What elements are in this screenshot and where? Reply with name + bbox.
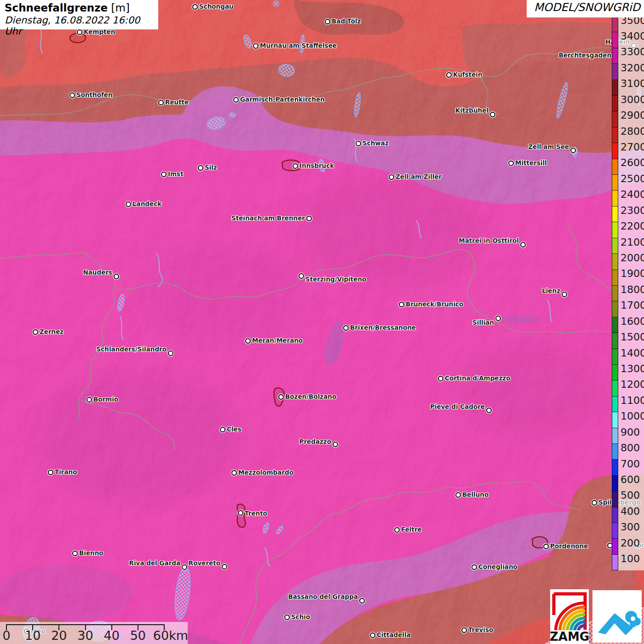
colorbar-segment — [612, 333, 618, 349]
colorbar-tick-label: 1800 — [621, 284, 644, 296]
colorbar-segment — [612, 428, 618, 444]
zamg-wordmark: ZAMG — [550, 630, 589, 644]
colorbar-tick-label: 1500 — [621, 331, 644, 343]
colorbar-segment — [612, 190, 618, 206]
partner-logo-mountain-icon — [592, 590, 642, 643]
colorbar-segment — [612, 32, 618, 48]
colorbar-segment — [612, 270, 618, 286]
colorbar-tick-label: 2000 — [621, 252, 644, 264]
colorbar-tick-label: 100 — [621, 553, 640, 565]
model-badge: MODEL/SNOWGRiD — [527, 0, 644, 17]
scalebar-label: 20 — [51, 628, 67, 643]
colorbar-segment — [612, 397, 618, 412]
colorbar-tick-label: 3200 — [621, 62, 644, 74]
colorbar-tick-label: 300 — [621, 521, 640, 533]
colorbar-tick-label: 3300 — [621, 46, 644, 58]
colorbar-segment — [612, 365, 618, 380]
colorbar-tick-label: 1400 — [621, 347, 644, 359]
scalebar-label: 0 — [2, 628, 10, 643]
scalebar-label: 40 — [104, 628, 119, 643]
colorbar-segment — [612, 412, 618, 428]
colorbar-tick-label: 1200 — [621, 379, 644, 391]
colorbar-segment — [612, 507, 618, 523]
colorbar-tick-label: 3000 — [621, 94, 644, 106]
colorbar-tick-label: 200 — [621, 537, 640, 549]
colorbar: 3500340033003200310030002900280027002600… — [612, 16, 644, 570]
colorbar-segment — [612, 238, 618, 254]
colorbar-segment — [612, 207, 618, 222]
title-subtitle: Dienstag, 16.08.2022 16:00 Uhr — [5, 15, 158, 37]
colorbar-segment — [612, 460, 618, 475]
colorbar-segment — [612, 380, 618, 396]
colorbar-segment — [612, 491, 618, 507]
scalebar-label: 50 — [130, 628, 146, 643]
scalebar-label: 10 — [25, 628, 40, 643]
colorbar-segment — [612, 96, 618, 111]
colorbar-tick-label: 2300 — [621, 205, 644, 217]
colorbar-tick-label: 2900 — [621, 109, 644, 121]
colorbar-segment — [612, 555, 618, 570]
colorbar-tick-label: 2200 — [621, 220, 644, 232]
title-text: Schneefallgrenze — [5, 2, 108, 14]
colorbar-tick-label: 600 — [621, 474, 640, 486]
colorbar-segment — [612, 349, 618, 365]
colorbar-segment — [612, 286, 618, 301]
colorbar-segment — [612, 127, 618, 143]
colorbar-tick-label: 3100 — [621, 78, 644, 90]
colorbar-tick-label: 1100 — [621, 395, 644, 407]
colorbar-tick-label: 2400 — [621, 189, 644, 201]
scalebar-label: 60km — [153, 628, 188, 643]
colorbar-tick-label: 1000 — [621, 410, 644, 422]
colorbar-tick-label: 500 — [621, 489, 640, 501]
colorbar-segment — [612, 301, 618, 317]
relief-overlay-2 — [0, 0, 644, 644]
colorbar-tick-label: 1900 — [621, 268, 644, 280]
colorbar-segment — [612, 111, 618, 127]
colorbar-tick-label: 2800 — [621, 126, 644, 138]
colorbar-segment — [612, 317, 618, 333]
colorbar-tick-label: 2700 — [621, 141, 644, 153]
colorbar-tick-label: 1600 — [621, 316, 644, 328]
colorbar-tick-label: 400 — [621, 506, 640, 518]
page-title: Schneefallgrenze [m] — [5, 2, 158, 14]
colorbar-tick-label: 1700 — [621, 299, 644, 311]
zamg-logo: ZAMG — [550, 589, 589, 644]
colorbar-tick-label: 800 — [621, 442, 640, 454]
colorbar-segment — [612, 254, 618, 270]
colorbar-segment — [612, 80, 618, 96]
colorbar-segment — [612, 175, 618, 190]
colorbar-tick-label: 2600 — [621, 157, 644, 169]
colorbar-segment — [612, 17, 618, 32]
colorbar-segment — [612, 539, 618, 554]
colorbar-segment — [612, 159, 618, 175]
colorbar-segment — [612, 523, 618, 539]
title-unit: [m] — [111, 2, 130, 14]
colorbar-tick-label: 700 — [621, 458, 640, 470]
colorbar-tick-label: 3400 — [621, 30, 644, 42]
scalebar-label: 30 — [77, 628, 93, 643]
map-svg — [0, 0, 644, 644]
scalebar: 0102030405060km — [0, 622, 188, 644]
colorbar-segment — [612, 476, 618, 491]
colorbar-segment — [612, 143, 618, 159]
colorbar-segment — [612, 48, 618, 64]
title-box: Schneefallgrenze [m] Dienstag, 16.08.202… — [0, 0, 158, 29]
colorbar-segment — [612, 222, 618, 238]
colorbar-tick-label: 1300 — [621, 363, 644, 375]
colorbar-strip — [612, 16, 618, 570]
colorbar-segment — [612, 64, 618, 80]
colorbar-tick-label: 2500 — [621, 173, 644, 185]
colorbar-tick-label: 900 — [621, 426, 640, 438]
colorbar-segment — [612, 444, 618, 460]
colorbar-tick-label: 2100 — [621, 236, 644, 248]
